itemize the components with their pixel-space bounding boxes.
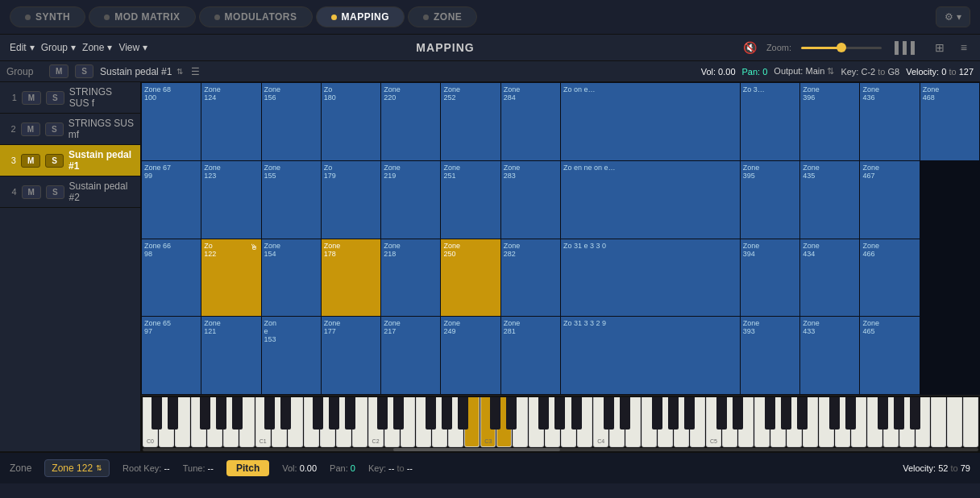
zone-cell[interactable]: Zone 436 — [860, 83, 919, 160]
piano-white-key[interactable] — [304, 397, 319, 447]
piano-white-key[interactable] — [867, 397, 882, 447]
piano-white-key[interactable] — [401, 397, 416, 447]
piano-white-key[interactable] — [561, 397, 576, 447]
zone-cell[interactable]: Zo 180 — [322, 83, 380, 160]
zone-cell[interactable]: Zone 249 — [441, 317, 500, 394]
zone-cell[interactable]: Zone 435 — [800, 161, 859, 239]
piano-white-key[interactable] — [513, 397, 528, 447]
tab-synth[interactable]: SYNTH — [10, 6, 85, 27]
piano-white-key[interactable] — [947, 397, 962, 447]
zone-cell[interactable]: Zo en ne on e… — [561, 161, 740, 239]
zone-cell[interactable]: Zone 154 — [262, 239, 321, 317]
zone-cell[interactable]: Zone 395 — [741, 161, 799, 239]
zone-cell[interactable]: Zone 155 — [262, 161, 321, 239]
zone-menu[interactable]: Zone ▾ — [82, 42, 112, 53]
piano-white-key[interactable] — [916, 397, 931, 447]
piano-white-key[interactable] — [609, 397, 625, 447]
header-m-button[interactable]: M — [49, 64, 69, 78]
zone-cell[interactable]: Zo on e… — [561, 83, 740, 160]
tab-modulators[interactable]: MODULATORS — [199, 6, 313, 27]
header-s-button[interactable]: S — [75, 64, 93, 78]
zone-cell[interactable]: Zone 433 — [800, 317, 859, 394]
zone-cell[interactable]: Zone 465 — [860, 317, 919, 394]
piano-white-key[interactable] — [899, 397, 915, 447]
piano-white-key[interactable] — [738, 397, 754, 447]
zone-cell[interactable]: Zon e 153 — [262, 317, 321, 394]
piano-white-key[interactable] — [625, 397, 641, 447]
group-1-s[interactable]: S — [46, 91, 64, 105]
zone-cell[interactable]: Zo 31 3 3 2 9 — [561, 317, 740, 394]
zone-cell[interactable]: Zone 467 — [860, 161, 919, 239]
piano-white-key[interactable] — [529, 397, 544, 447]
piano-white-key[interactable]: C3 — [480, 397, 496, 447]
zone-cell[interactable]: Zone 283 — [501, 161, 560, 239]
piano-white-key[interactable] — [577, 397, 592, 447]
piano-white-key[interactable]: C5 — [706, 397, 721, 447]
piano-white-key[interactable] — [642, 397, 657, 447]
group-2-s[interactable]: S — [45, 122, 64, 136]
piano-white-key[interactable] — [690, 397, 705, 447]
tab-zone[interactable]: ZONE — [408, 6, 477, 27]
piano-white-key[interactable] — [496, 397, 512, 447]
zone-cell[interactable]: Zone 219 — [381, 161, 440, 239]
zone-cell[interactable]: Zone 396 — [800, 83, 859, 160]
group-row-4[interactable]: 4 M S Sustain pedal #2 — [0, 176, 140, 208]
zone-cell[interactable]: Zo 179 — [322, 161, 380, 239]
status-zone-name[interactable]: Zone 122 ⇅ — [44, 459, 110, 477]
zone-cell[interactable]: Zone 434 — [800, 239, 859, 317]
piano-white-key[interactable] — [464, 397, 480, 447]
group-1-m[interactable]: M — [22, 91, 41, 105]
piano-white-key[interactable] — [239, 397, 255, 447]
piano-white-key[interactable] — [722, 397, 737, 447]
piano-white-key[interactable] — [448, 397, 463, 447]
piano-white-key[interactable] — [288, 397, 303, 447]
piano-white-key[interactable] — [545, 397, 560, 447]
piano-white-key[interactable] — [223, 397, 239, 447]
piano-white-key[interactable] — [191, 397, 206, 447]
group-3-m[interactable]: M — [21, 154, 40, 168]
tab-mapping[interactable]: MAPPING — [316, 6, 405, 27]
piano-white-key[interactable] — [320, 397, 335, 447]
zone-cell[interactable]: Zone 124 — [201, 83, 260, 160]
bars-icon[interactable]: ▌▌▌ — [891, 39, 922, 56]
zoom-slider[interactable] — [801, 47, 882, 49]
group-row-1[interactable]: 1 M S STRINGS SUS f — [0, 82, 140, 114]
status-pitch-button[interactable]: Pitch — [226, 460, 269, 476]
grid-icon[interactable]: ⊞ — [932, 39, 948, 56]
piano-white-key[interactable] — [272, 397, 287, 447]
piano-white-key[interactable] — [384, 397, 400, 447]
piano-white-key[interactable] — [787, 397, 802, 447]
piano-white-key[interactable] — [207, 397, 222, 447]
piano-white-key[interactable] — [883, 397, 899, 447]
zone-cell[interactable]: Zone 177 — [322, 317, 380, 394]
piano-white-key[interactable]: C4 — [593, 397, 608, 447]
piano-white-key[interactable] — [674, 397, 689, 447]
piano-white-key[interactable] — [803, 397, 818, 447]
group-4-s[interactable]: S — [46, 185, 64, 199]
zone-cell[interactable]: Zone 250 — [441, 239, 500, 317]
piano-white-key[interactable] — [416, 397, 431, 447]
list-icon[interactable]: ≡ — [957, 39, 970, 56]
zone-cell[interactable]: Zone 121 — [201, 317, 260, 394]
piano-white-key[interactable] — [851, 397, 866, 447]
zone-cell[interactable]: Zone 251 — [441, 161, 500, 239]
piano-white-key[interactable] — [159, 397, 174, 447]
zone-cell[interactable]: Zone 178 — [322, 239, 380, 317]
piano-white-key[interactable]: C2 — [368, 397, 384, 447]
piano-white-key[interactable] — [819, 397, 834, 447]
group-4-m[interactable]: M — [22, 185, 41, 199]
piano-white-key[interactable] — [754, 397, 770, 447]
zone-cell[interactable]: Zone 220 — [381, 83, 440, 160]
zone-cell[interactable]: Zone 65 97 — [142, 317, 201, 394]
zone-cell[interactable]: Zone 68 100 — [142, 83, 201, 160]
scrollbar-track[interactable] — [143, 448, 978, 451]
zone-cell[interactable]: Zone 281 — [501, 317, 560, 394]
zone-cell[interactable]: Zone 252 — [441, 83, 500, 160]
zone-cell[interactable]: Zone 468 — [920, 83, 979, 160]
piano-white-key[interactable]: C0 — [143, 397, 158, 447]
group-3-s[interactable]: S — [45, 154, 64, 168]
zone-cell[interactable]: Zone 67 99 — [142, 161, 201, 239]
zone-cell[interactable]: Zone 66 98 — [142, 239, 201, 317]
list-icon[interactable]: ☰ — [191, 66, 200, 77]
group-row-2[interactable]: 2 M S STRINGS SUS mf — [0, 114, 140, 145]
